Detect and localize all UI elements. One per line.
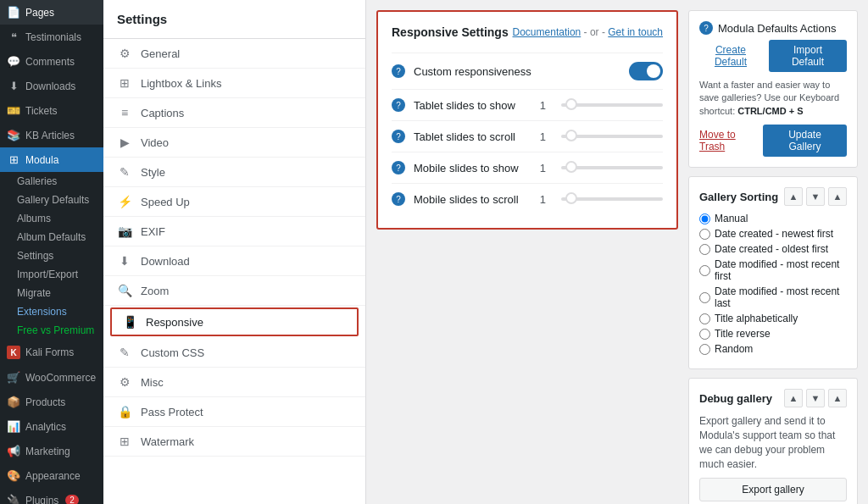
modula-icon: ⊞	[7, 153, 20, 166]
gallery-sorting-up-btn[interactable]: ▲	[784, 187, 803, 206]
toggle-custom-responsiveness[interactable]	[629, 62, 663, 80]
move-to-trash-button[interactable]: Move to Trash	[699, 129, 763, 152]
sidebar-item-testimonials[interactable]: ❝ Testimonials	[0, 25, 103, 49]
sort-title-alpha[interactable]: Title alphabetically	[699, 313, 847, 324]
help-icon-mobile-slides-scroll[interactable]: ?	[392, 192, 405, 206]
debug-gallery-up-btn[interactable]: ▲	[784, 389, 803, 407]
sidebar-item-downloads[interactable]: ⬇ Downloads	[0, 74, 103, 98]
sidebar-item-album-defaults[interactable]: Album Defaults	[10, 228, 103, 246]
tablet-slides-show-value: 1	[540, 99, 546, 112]
settings-nav-item-general[interactable]: ⚙ General	[103, 39, 365, 69]
setting-row-mobile-slides-show: ? Mobile slides to show 1	[392, 152, 663, 183]
import-default-button[interactable]: Import Default	[769, 40, 847, 72]
help-icon-custom-responsiveness[interactable]: ?	[392, 64, 405, 78]
gallery-sorting-options: Manual Date created - newest first Date …	[699, 213, 847, 355]
slider-mobile-slides-show[interactable]	[561, 166, 663, 169]
setting-label-mobile-slides-scroll: Mobile slides to scroll	[414, 193, 531, 206]
modula-defaults-note: Want a faster and easier way to save gal…	[699, 79, 847, 118]
sort-manual[interactable]: Manual	[699, 213, 847, 224]
toggle-track	[629, 62, 663, 80]
slider-thumb	[565, 130, 577, 141]
sort-random[interactable]: Random	[699, 343, 847, 355]
modula-defaults-help-icon[interactable]: ?	[699, 21, 713, 35]
settings-nav-item-video[interactable]: ▶ Video	[103, 128, 365, 158]
help-icon-tablet-slides-show[interactable]: ?	[392, 98, 405, 112]
setting-row-tablet-slides-show: ? Tablet slides to show 1	[392, 89, 663, 120]
toggle-thumb	[647, 64, 660, 78]
settings-nav-item-pass-protect[interactable]: 🔒 Pass Protect	[103, 397, 365, 427]
sidebar-item-plugins[interactable]: 🔌 Plugins 2	[0, 488, 103, 504]
sidebar-item-albums[interactable]: Albums	[10, 209, 103, 228]
sidebar-item-galleries[interactable]: Galleries	[10, 172, 103, 191]
downloads-icon: ⬇	[7, 80, 20, 92]
sidebar-item-pages[interactable]: 📄 Pages	[0, 0, 103, 25]
slider-thumb	[565, 98, 577, 110]
debug-gallery-down-btn[interactable]: ▼	[806, 389, 825, 407]
sort-modified-last[interactable]: Date modified - most recent last	[699, 285, 847, 309]
slider-tablet-slides-scroll[interactable]	[561, 135, 663, 138]
create-default-button[interactable]: Create Default	[699, 40, 762, 72]
slider-track	[561, 166, 663, 169]
settings-nav-item-download[interactable]: ⬇ Download	[103, 246, 365, 276]
update-gallery-button[interactable]: Update Gallery	[763, 125, 847, 157]
sidebar-item-kb-articles[interactable]: 📚 KB Articles	[0, 123, 103, 147]
sidebar-item-free-premium[interactable]: Free vs Premium	[10, 321, 103, 340]
zoom-icon: 🔍	[117, 284, 132, 297]
comments-icon: 💬	[7, 55, 20, 68]
sidebar-item-analytics[interactable]: 📊 Analytics	[0, 414, 103, 439]
settings-nav-item-style[interactable]: ✎ Style	[103, 158, 365, 187]
modula-defaults-title: Modula Defaults Actions	[718, 22, 836, 35]
sidebar-item-kali-forms[interactable]: K Kali Forms	[0, 340, 103, 365]
settings-nav-item-responsive[interactable]: 📱 Responsive	[110, 307, 359, 336]
sort-title-reverse[interactable]: Title reverse	[699, 328, 847, 340]
custom-css-icon: ✎	[117, 346, 132, 359]
setting-row-custom-responsiveness: ? Custom responsiveness	[392, 53, 663, 89]
responsive-settings-box: Responsive Settings Documentation - or -…	[376, 10, 678, 230]
sidebar-item-extensions[interactable]: Extensions	[10, 302, 103, 321]
speed-up-icon: ⚡	[117, 195, 132, 208]
export-gallery-button[interactable]: Export gallery	[699, 478, 847, 501]
slider-tablet-slides-show[interactable]	[561, 103, 663, 107]
sidebar-item-gallery-defaults[interactable]: Gallery Defaults	[10, 191, 103, 209]
sidebar-item-import-export[interactable]: Import/Export	[10, 265, 103, 284]
sort-date-oldest[interactable]: Date created - oldest first	[699, 243, 847, 255]
settings-nav-item-lightbox[interactable]: ⊞ Lightbox & Links	[103, 69, 365, 98]
tablet-slides-scroll-value: 1	[540, 130, 546, 143]
sidebar-item-comments[interactable]: 💬 Comments	[0, 49, 103, 74]
products-icon: 📦	[7, 396, 20, 408]
settings-nav-item-exif[interactable]: 📷 EXIF	[103, 217, 365, 246]
settings-panel-header: Settings	[103, 0, 365, 39]
documentation-link[interactable]: Documentation	[513, 26, 581, 38]
sidebar-item-woocommerce[interactable]: 🛒 WooCommerce	[0, 365, 103, 390]
slider-mobile-slides-scroll[interactable]	[561, 197, 663, 201]
settings-nav-item-zoom[interactable]: 🔍 Zoom	[103, 276, 365, 306]
slider-track	[561, 197, 663, 201]
settings-panel: Settings ⚙ General ⊞ Lightbox & Links ≡ …	[103, 0, 366, 504]
sort-date-newest[interactable]: Date created - newest first	[699, 228, 847, 240]
sidebar-item-migrate[interactable]: Migrate	[10, 284, 103, 302]
settings-nav-item-watermark[interactable]: ⊞ Watermark	[103, 427, 365, 457]
watermark-icon: ⊞	[117, 435, 132, 448]
exif-icon: 📷	[117, 224, 132, 238]
slider-thumb	[565, 192, 577, 204]
sort-modified-recent[interactable]: Date modified - most recent first	[699, 258, 847, 282]
sidebar-item-products[interactable]: 📦 Products	[0, 390, 103, 414]
sidebar-item-modula[interactable]: ⊞ Modula	[0, 147, 103, 172]
gallery-sorting-down-btn[interactable]: ▼	[806, 187, 825, 206]
settings-nav-item-custom-css[interactable]: ✎ Custom CSS	[103, 338, 365, 368]
sidebar-item-settings[interactable]: Settings	[10, 246, 103, 265]
gallery-sorting-close-btn[interactable]: ▲	[828, 187, 847, 206]
sidebar-item-appearance[interactable]: 🎨 Appearance	[0, 463, 103, 488]
setting-label-tablet-slides-scroll: Tablet slides to scroll	[414, 130, 531, 143]
help-icon-tablet-slides-scroll[interactable]: ?	[392, 130, 405, 143]
get-in-touch-link[interactable]: Get in touch	[608, 26, 663, 38]
setting-row-mobile-slides-scroll: ? Mobile slides to scroll 1	[392, 183, 663, 214]
help-icon-mobile-slides-show[interactable]: ?	[392, 161, 405, 174]
kb-articles-icon: 📚	[7, 129, 20, 141]
sidebar-item-tickets[interactable]: 🎫 Tickets	[0, 98, 103, 123]
sidebar-item-marketing[interactable]: 📢 Marketing	[0, 439, 103, 463]
settings-nav-item-captions[interactable]: ≡ Captions	[103, 98, 365, 128]
debug-gallery-close-btn[interactable]: ▲	[828, 389, 847, 407]
settings-nav-item-speed-up[interactable]: ⚡ Speed Up	[103, 187, 365, 217]
settings-nav-item-misc[interactable]: ⚙ Misc	[103, 368, 365, 397]
